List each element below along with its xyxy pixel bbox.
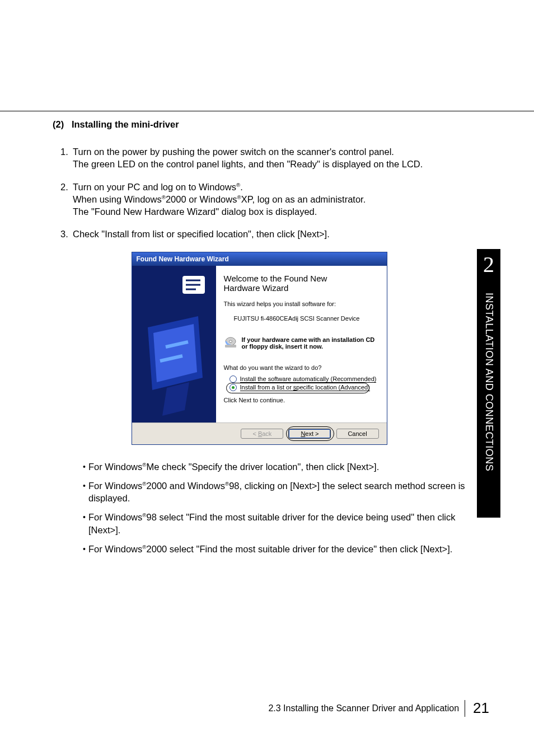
list-item: •For Windows®Me check "Specify the drive… (83, 461, 466, 473)
step-num: 1. (60, 145, 73, 171)
step-line: Check "Install from list or specified lo… (73, 229, 330, 239)
step-num: 2. (60, 181, 73, 218)
dialog-device-name: FUJITSU fi-4860CEAdij SCSI Scanner Devic… (234, 315, 378, 322)
bullet-text: For Windows®2000 select "Find the most s… (88, 543, 466, 555)
radio-auto-label: Install the software automatically (Reco… (240, 375, 377, 383)
step-2: 2. Turn on your PC and log on to Windows… (60, 181, 466, 218)
chapter-label: INSTALLATION AND CONNECTIONS (483, 279, 495, 471)
cd-msg-l2: or floppy disk, insert it now. (242, 343, 324, 350)
svg-rect-12 (225, 345, 236, 348)
footer-section-title: 2.3 Installing the Scanner Driver and Ap… (268, 703, 465, 713)
highlight-circle (286, 426, 334, 441)
step-line: Turn on the power by pushing the power s… (73, 147, 394, 157)
found-new-hardware-dialog: Found New Hardware Wizard (132, 252, 387, 445)
section-title: Installing the mini-driver (72, 119, 179, 129)
cd-msg-l1: If your hardware came with an installati… (242, 336, 375, 343)
dialog-cd-prompt: If your hardware came with an installati… (224, 336, 378, 350)
radio-install-auto[interactable]: Install the software automatically (Reco… (229, 375, 378, 383)
bullet-dot: • (83, 543, 88, 555)
section-number: (2) (53, 119, 64, 129)
list-item: •For Windows®98 select "Find the most su… (83, 511, 466, 536)
top-rule (0, 111, 534, 111)
footer-separator (465, 700, 465, 717)
bullet-text: For Windows®Me check "Specify the driver… (88, 461, 466, 473)
dialog-helps-label: This wizard helps you install software f… (224, 300, 378, 307)
list-item: •For Windows®2000 and Windows®98, clicki… (83, 480, 466, 505)
svg-marker-2 (153, 324, 197, 382)
dialog-welcome-heading: Welcome to the Found New Hardware Wizard (224, 274, 378, 293)
main-content: (2) Installing the mini-driver 1. Turn o… (53, 119, 466, 562)
notes-list: •For Windows®Me check "Specify the drive… (83, 461, 466, 556)
list-item: •For Windows®2000 select "Find the most … (83, 543, 466, 555)
dialog-button-row: < Back Next > Cancel (132, 422, 387, 444)
dialog-titlebar: Found New Hardware Wizard (132, 252, 387, 266)
page-number: 21 (473, 699, 489, 717)
highlight-circle (226, 383, 369, 393)
page-footer: 2.3 Installing the Scanner Driver and Ap… (268, 699, 489, 717)
dialog-question: What do you want the wizard to do? (224, 364, 378, 371)
chapter-number: 2 (477, 250, 500, 279)
bullet-text: For Windows®98 select "Find the most sui… (88, 511, 466, 536)
cd-icon (224, 336, 238, 350)
step-body: Check "Install from list or specified lo… (73, 228, 466, 240)
step-3: 3. Check "Install from list or specified… (60, 228, 466, 240)
bullet-dot: • (83, 480, 88, 505)
dialog-continue-label: Click Next to continue. (224, 397, 378, 403)
ordered-steps: 1. Turn on the power by pushing the powe… (60, 145, 466, 241)
step-body: Turn on your PC and log on to Windows®.W… (73, 181, 466, 218)
svg-point-11 (229, 340, 232, 342)
step-line: The green LED on the control panel light… (73, 159, 423, 169)
step-1: 1. Turn on the power by pushing the powe… (60, 145, 466, 171)
dialog-right-panel: Welcome to the Found New Hardware Wizard… (216, 266, 387, 422)
radio-unselected-icon (229, 375, 237, 383)
chapter-tab: 2 INSTALLATION AND CONNECTIONS (477, 249, 500, 518)
radio-install-from-list[interactable]: Install from a list or specific location… (229, 384, 378, 391)
back-button: < Back (241, 429, 283, 439)
dialog-welcome-l1: Welcome to the Found New (224, 274, 327, 283)
cancel-button[interactable]: Cancel (336, 429, 379, 439)
bullet-text: For Windows®2000 and Windows®98, clickin… (88, 480, 466, 505)
dialog-illustration (132, 266, 216, 422)
section-heading: (2) Installing the mini-driver (53, 119, 466, 130)
step-num: 3. (60, 228, 73, 240)
bullet-dot: • (83, 461, 88, 473)
step-body: Turn on the power by pushing the power s… (73, 145, 466, 171)
bullet-dot: • (83, 511, 88, 536)
dialog-welcome-l2: Hardware Wizard (224, 283, 289, 293)
